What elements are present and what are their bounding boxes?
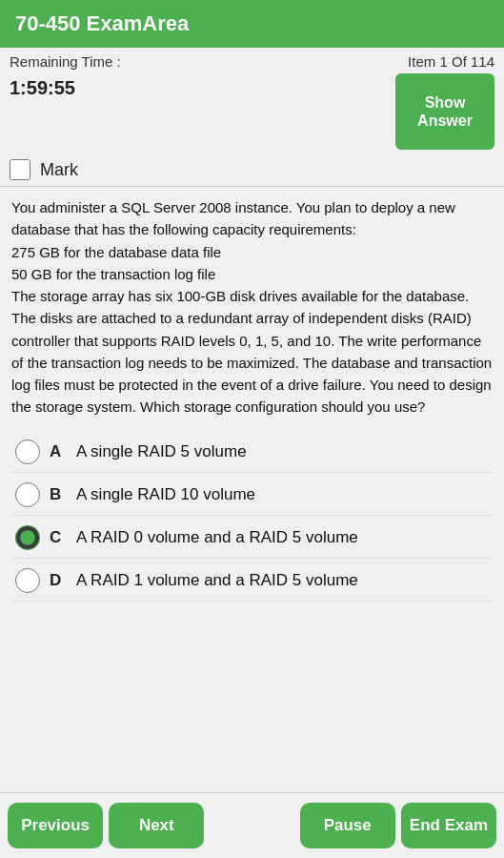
- option-text-d: A RAID 1 volume and a RAID 5 volume: [76, 571, 358, 590]
- item-info: Item 1 Of 114: [408, 53, 494, 70]
- option-row-c[interactable]: CA RAID 0 volume and a RAID 5 volume: [11, 518, 493, 559]
- nav-spacer: [210, 803, 293, 848]
- options-container: AA single RAID 5 volumeBA single RAID 10…: [11, 432, 493, 602]
- end-exam-button[interactable]: End Exam: [401, 803, 496, 848]
- mark-label[interactable]: Mark: [40, 160, 78, 180]
- option-row-b[interactable]: BA single RAID 10 volume: [11, 475, 493, 516]
- show-answer-button[interactable]: Show Answer: [395, 73, 494, 150]
- option-radio-c[interactable]: [15, 525, 40, 550]
- option-text-a: A single RAID 5 volume: [76, 442, 247, 461]
- remaining-time-label: Remaining Time :: [10, 53, 121, 70]
- option-letter-c: C: [50, 528, 65, 547]
- option-radio-b[interactable]: [15, 482, 40, 507]
- app-title: 70-450 ExamArea: [15, 11, 189, 35]
- timer-display: 1:59:55: [10, 73, 75, 99]
- option-radio-d[interactable]: [15, 568, 40, 593]
- pause-button[interactable]: Pause: [300, 803, 395, 848]
- option-radio-a[interactable]: [15, 439, 40, 464]
- next-button[interactable]: Next: [109, 803, 204, 848]
- option-text-b: A single RAID 10 volume: [76, 485, 255, 504]
- bottom-nav: Previous Next Pause End Exam: [0, 792, 504, 858]
- meta-row: Remaining Time : Item 1 Of 114: [0, 48, 504, 72]
- app-header: 70-450 ExamArea: [0, 0, 504, 48]
- previous-button[interactable]: Previous: [8, 803, 103, 848]
- timer-row: 1:59:55 Show Answer: [0, 72, 504, 155]
- question-area: You administer a SQL Server 2008 instanc…: [0, 187, 504, 792]
- option-letter-a: A: [50, 442, 65, 461]
- option-row-a[interactable]: AA single RAID 5 volume: [11, 432, 493, 473]
- mark-checkbox[interactable]: [10, 159, 30, 180]
- mark-row: Mark: [0, 155, 504, 186]
- option-row-d[interactable]: DA RAID 1 volume and a RAID 5 volume: [11, 561, 493, 602]
- question-text: You administer a SQL Server 2008 instanc…: [11, 196, 493, 419]
- option-text-c: A RAID 0 volume and a RAID 5 volume: [76, 528, 358, 547]
- option-letter-d: D: [50, 571, 65, 590]
- option-letter-b: B: [50, 485, 65, 504]
